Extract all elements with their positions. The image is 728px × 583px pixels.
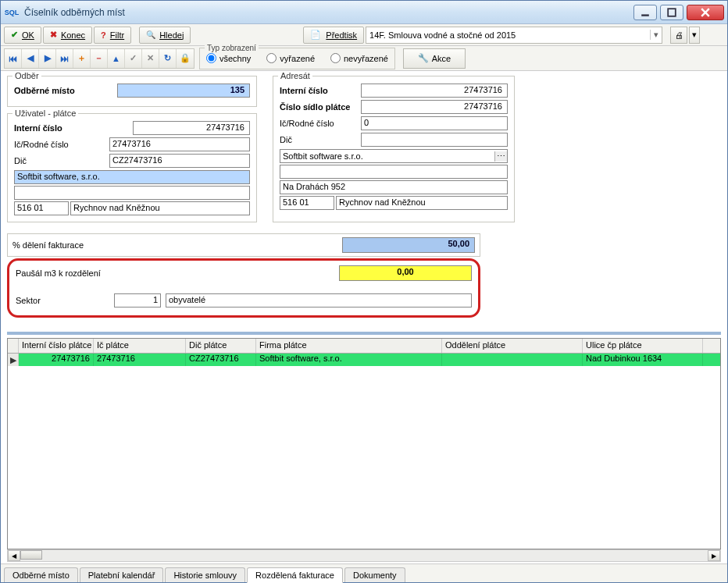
grid-header-cell[interactable]: Dič plátce <box>186 339 256 353</box>
uziv-icrodne-input[interactable]: 27473716 <box>109 137 250 151</box>
row-marker-icon: ▶ <box>8 354 19 366</box>
radio-all[interactable]: všechny <box>206 53 251 63</box>
grid-header-cell[interactable]: Firma plátce <box>256 339 442 353</box>
uziv-icrodne-label: Ič/Rodné číslo <box>14 140 92 149</box>
nav-next-button[interactable]: ▶ <box>39 49 56 68</box>
adr-dic-input[interactable] <box>361 133 508 147</box>
adr-sidlo-input[interactable]: 27473716 <box>361 100 508 114</box>
grid-cell <box>442 354 583 366</box>
grid-cell: CZ27473716 <box>186 354 256 366</box>
sektor-num-input[interactable]: 1 <box>114 293 161 307</box>
adresat-legend: Adresát <box>278 71 312 80</box>
pausal-value[interactable]: 0,00 <box>339 265 472 281</box>
nav-group: ⏮ ◀ ▶ ⏭ ＋ － ▲ ✓ ✕ ↻ 🔒 <box>4 48 194 69</box>
maximize-button[interactable] <box>660 5 683 20</box>
app-window: SQL Číselník odběrných míst OK Konec Fil… <box>0 0 728 583</box>
template-value: 14F. Smlouva vodné a stočné od 2015 <box>369 30 516 40</box>
grid-header-cell[interactable]: Ulice čp plátce <box>583 339 703 353</box>
uzivatel-legend: Uživatel - plátce <box>12 108 78 118</box>
adr-city-input[interactable]: Rychnov nad Kněžnou <box>336 196 508 210</box>
radio-active[interactable]: nevyřazené <box>330 53 388 63</box>
uziv-zip-input[interactable]: 516 01 <box>14 201 69 215</box>
adr-icrodne-input[interactable]: 0 <box>361 116 508 130</box>
nav-last-button[interactable]: ⏭ <box>56 49 73 68</box>
close-button[interactable] <box>687 5 724 20</box>
minimize-button[interactable] <box>633 5 657 20</box>
sektor-label: Sektor <box>16 296 109 305</box>
deleni-value[interactable]: 50,00 <box>342 237 475 253</box>
mid-section: % dělení fakturace 50,00 Paušál m3 k roz… <box>7 233 721 318</box>
nav-lock-button[interactable]: 🔒 <box>177 49 194 68</box>
uziv-city-input[interactable]: Rychnov nad Kněžnou <box>70 201 250 215</box>
bottom-tabs: Odběrné místo Platební kalendář Historie… <box>1 563 727 582</box>
uziv-blank-input[interactable] <box>14 186 250 200</box>
scroll-left-button[interactable]: ◀ <box>8 550 20 561</box>
tab-dokumenty[interactable]: Dokumenty <box>344 567 405 582</box>
fieldset-uzivatel: Uživatel - plátce Interní číslo 27473716… <box>7 113 257 222</box>
nav-prev-button[interactable]: ◀ <box>22 49 39 68</box>
grid-marker-header <box>8 339 19 353</box>
adr-street-input[interactable]: Na Drahách 952 <box>280 180 508 194</box>
adr-zip-input[interactable]: 516 01 <box>280 196 334 210</box>
print-button[interactable] <box>670 27 687 44</box>
nav-first-button[interactable]: ⏮ <box>5 49 22 68</box>
horizontal-scrollbar[interactable]: ◀ ▶ <box>7 549 721 562</box>
app-icon: SQL <box>4 6 20 19</box>
scroll-right-button[interactable]: ▶ <box>708 550 720 561</box>
radio-removed[interactable]: vyřazené <box>266 53 315 63</box>
data-grid[interactable]: Interní číslo plátce Ič plátce Dič plátc… <box>7 338 721 549</box>
lookup-button[interactable]: ⋯ <box>494 151 507 162</box>
ok-button[interactable]: OK <box>4 27 41 44</box>
adr-interni-input[interactable]: 27473716 <box>361 84 508 98</box>
nav-delete-button[interactable]: － <box>91 49 108 68</box>
window-title: Číselník odběrných míst <box>24 7 633 18</box>
konec-button[interactable]: Konec <box>43 27 92 44</box>
adr-sidlo-label: Číslo sídlo plátce <box>280 102 358 112</box>
deleni-label: % dělení fakturace <box>12 240 169 250</box>
grid-body: ▶ 27473716 27473716 CZ27473716 Softbit s… <box>8 354 720 549</box>
nav-cancel-button[interactable]: ✕ <box>142 49 159 68</box>
grid-cell: 27473716 <box>94 354 186 366</box>
tab-platebni-kalendar[interactable]: Platební kalendář <box>80 567 164 582</box>
grid-header-cell[interactable]: Oddělení plátce <box>442 339 583 353</box>
dropdown-arrow-icon: ▾ <box>650 30 658 40</box>
nav-toolbar: ⏮ ◀ ▶ ⏭ ＋ － ▲ ✓ ✕ ↻ 🔒 Typ zobrazení všec… <box>1 46 727 71</box>
grid-cell: Softbit software, s.r.o. <box>256 354 442 366</box>
nav-post-button[interactable]: ✓ <box>125 49 142 68</box>
scroll-track[interactable] <box>20 550 708 561</box>
adr-company-input[interactable]: Softbit software s.r.o. ⋯ <box>280 149 508 163</box>
sektor-text-input[interactable]: obyvatelé <box>166 293 472 307</box>
tab-odberne-misto[interactable]: Odběrné místo <box>4 567 78 582</box>
svg-rect-1 <box>668 9 676 16</box>
uziv-dic-input[interactable]: CZ27473716 <box>109 154 250 168</box>
uziv-company-input[interactable]: Softbit software, s.r.o. <box>14 170 250 184</box>
predtisk-button[interactable]: Předtisk <box>303 27 364 44</box>
uziv-interni-input[interactable]: 27473716 <box>133 121 250 135</box>
scroll-thumb[interactable] <box>20 550 42 560</box>
hledej-button[interactable]: Hledej <box>139 27 191 44</box>
grid-header-cell[interactable]: Interní číslo plátce <box>19 339 94 353</box>
grid-header-cell[interactable]: Ič plátce <box>94 339 186 353</box>
akce-button[interactable]: Akce <box>403 48 466 69</box>
nav-edit-button[interactable]: ▲ <box>108 49 125 68</box>
odber-legend: Odběr <box>12 71 41 80</box>
uziv-interni-label: Interní číslo <box>14 123 92 133</box>
fieldset-odber: Odběr Odběrné místo 135 <box>7 76 257 107</box>
fieldset-adresat: Adresát Interní číslo 27473716 Číslo síd… <box>273 76 515 222</box>
template-dropdown[interactable]: 14F. Smlouva vodné a stočné od 2015 ▾ <box>366 27 662 44</box>
grid-wrap: Interní číslo plátce Ič plátce Dič plátc… <box>7 332 721 562</box>
pausal-label: Paušál m3 k rozdělení <box>16 268 172 278</box>
uziv-dic-label: Dič <box>14 156 92 165</box>
grid-header: Interní číslo plátce Ič plátce Dič plátc… <box>8 339 720 354</box>
odberne-misto-input[interactable]: 135 <box>117 84 250 98</box>
print-dropdown-button[interactable]: ▾ <box>689 27 700 44</box>
main-toolbar: OK Konec Filtr Hledej Předtisk 14F. Smlo… <box>1 24 727 46</box>
filtr-button[interactable]: Filtr <box>94 27 131 44</box>
tab-rozdelena-fakturace[interactable]: Rozdělená fakturace <box>247 567 343 583</box>
nav-refresh-button[interactable]: ↻ <box>159 49 177 68</box>
adr-blank-input[interactable] <box>280 165 508 179</box>
table-row[interactable]: ▶ 27473716 27473716 CZ27473716 Softbit s… <box>8 354 720 366</box>
nav-add-button[interactable]: ＋ <box>73 49 91 68</box>
tab-historie-smlouvy[interactable]: Historie smlouvy <box>165 567 245 582</box>
grid-cell: Nad Dubinkou 1634 <box>583 354 703 366</box>
